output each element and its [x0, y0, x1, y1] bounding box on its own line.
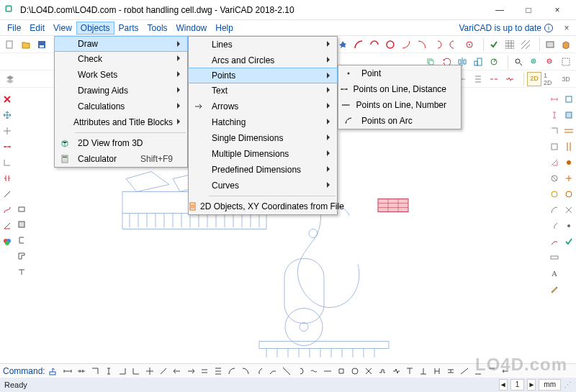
- break-icon[interactable]: [487, 72, 501, 86]
- rv8-icon[interactable]: [562, 203, 576, 217]
- draw-submenu-item-4[interactable]: Arrows: [189, 99, 337, 114]
- angle-icon[interactable]: [0, 219, 14, 233]
- move-icon[interactable]: [0, 108, 14, 122]
- arc-red-icon[interactable]: [351, 37, 366, 52]
- menu-edit[interactable]: Edit: [25, 22, 49, 35]
- menu-help[interactable]: Help: [211, 22, 238, 35]
- edit-text-icon[interactable]: [547, 282, 562, 296]
- hatch1-icon[interactable]: [503, 37, 517, 52]
- arc4-icon[interactable]: [399, 37, 413, 52]
- box3d-icon[interactable]: [559, 37, 573, 52]
- bottom-tool-24-icon[interactable]: [390, 365, 402, 378]
- arc5-icon[interactable]: [415, 37, 429, 52]
- dim8-icon[interactable]: [547, 203, 562, 217]
- bottom-tool-18-icon[interactable]: [307, 365, 320, 378]
- open-file-icon[interactable]: [19, 37, 33, 52]
- bottom-tool-2-icon[interactable]: [89, 365, 102, 378]
- 2d-label-icon[interactable]: 2D: [527, 72, 541, 86]
- bottom-tool-9-icon[interactable]: [184, 365, 197, 378]
- bottom-tool-6-icon[interactable]: [143, 365, 156, 378]
- dim5-icon[interactable]: [547, 155, 562, 170]
- objects-menu-item-2[interactable]: Work Sets: [55, 67, 187, 83]
- arc6-icon[interactable]: [431, 37, 445, 52]
- explode-icon[interactable]: [336, 37, 350, 52]
- rv2-icon[interactable]: [562, 108, 576, 122]
- bottom-tool-16-icon[interactable]: [280, 365, 293, 378]
- objects-menu-item-4[interactable]: Calculations: [55, 99, 187, 114]
- dim6-icon[interactable]: [547, 171, 562, 186]
- bottom-tool-0-icon[interactable]: [61, 365, 74, 378]
- maximize-button[interactable]: □: [514, 0, 543, 20]
- box-icon[interactable]: [543, 37, 557, 52]
- bottom-tool-7-icon[interactable]: [157, 365, 170, 378]
- arc2-icon[interactable]: [367, 37, 382, 52]
- bottom-tool-19-icon[interactable]: [321, 365, 334, 378]
- points-submenu-item-3[interactable]: Points on Arc: [338, 113, 461, 129]
- draw-submenu-item-11[interactable]: 2D Objects, XY Coordinates from File: [189, 199, 337, 214]
- menu-objects[interactable]: Objects: [76, 22, 114, 35]
- bottom-tool-22-icon[interactable]: [362, 365, 375, 378]
- resize-grip-icon[interactable]: ⋰: [564, 380, 572, 390]
- bottom-tool-20-icon[interactable]: [335, 365, 348, 378]
- break2-icon[interactable]: [503, 72, 517, 86]
- bottom-tool-10-icon[interactable]: [198, 365, 211, 378]
- draw-submenu-item-5[interactable]: Hatching: [189, 114, 337, 130]
- new-file-icon[interactable]: [3, 37, 17, 52]
- draw-submenu-item-3[interactable]: Text: [189, 83, 337, 99]
- grid-red-icon[interactable]: [0, 140, 14, 154]
- bottom-tool-11-icon[interactable]: [212, 365, 225, 378]
- delete-icon[interactable]: [0, 92, 14, 106]
- arc3-icon[interactable]: [383, 37, 397, 52]
- cycle-icon[interactable]: [487, 55, 501, 69]
- objects-menu-item-8[interactable]: CalculatorShift+F9: [55, 151, 187, 167]
- draw-submenu-item-0[interactable]: Lines: [189, 37, 337, 53]
- arc8-icon[interactable]: [462, 37, 477, 52]
- line-red-icon[interactable]: [0, 187, 14, 201]
- profile-icon[interactable]: [14, 249, 29, 263]
- snap-icon[interactable]: [0, 124, 14, 138]
- status-prev-button[interactable]: ◄: [499, 379, 508, 391]
- bottom-tool-28-icon[interactable]: [444, 365, 457, 378]
- dim9-icon[interactable]: [547, 219, 562, 233]
- bottom-tool-29-icon[interactable]: [458, 365, 471, 378]
- menu-window[interactable]: Window: [172, 22, 212, 35]
- rv3-icon[interactable]: [562, 124, 576, 138]
- menu-parts[interactable]: Parts: [114, 22, 143, 35]
- bottom-tool-23-icon[interactable]: [376, 365, 389, 378]
- menu-tools[interactable]: Tools: [143, 22, 172, 35]
- save-icon[interactable]: [35, 37, 49, 52]
- offset-icon[interactable]: [471, 72, 485, 86]
- bottom-tool-14-icon[interactable]: [253, 365, 266, 378]
- scale-icon[interactable]: [471, 55, 485, 69]
- points-submenu-item-0[interactable]: Point: [338, 65, 461, 81]
- menu-file[interactable]: File: [3, 22, 25, 35]
- bottom-tool-3-icon[interactable]: [102, 365, 115, 378]
- box2-icon[interactable]: [14, 217, 29, 232]
- channel-icon[interactable]: [14, 233, 29, 247]
- leader-icon[interactable]: [547, 234, 562, 249]
- rv4-icon[interactable]: [562, 140, 576, 154]
- status-seg-1[interactable]: 1: [510, 379, 525, 391]
- command-icon[interactable]: [48, 366, 58, 376]
- bottom-tool-4-icon[interactable]: [116, 365, 129, 378]
- objects-menu-item-5[interactable]: Attributes and Title Blocks: [55, 114, 187, 130]
- hatch2-icon[interactable]: [518, 37, 533, 52]
- rv1-icon[interactable]: [562, 92, 576, 106]
- draw-submenu-item-2[interactable]: Points: [188, 68, 338, 83]
- dim2-icon[interactable]: [547, 108, 562, 122]
- zoom-in-icon[interactable]: [527, 55, 541, 69]
- dim3-icon[interactable]: [547, 124, 562, 138]
- objects-menu-item-7[interactable]: 2D View from 3D: [55, 135, 187, 151]
- status-seg-mm[interactable]: mm: [539, 379, 561, 391]
- draw-submenu-item-7[interactable]: Multiple Dimensions: [189, 146, 337, 162]
- bracket-icon[interactable]: [0, 171, 14, 186]
- objects-menu-item-0[interactable]: Draw: [54, 36, 188, 52]
- update-status[interactable]: VariCAD is up to date i: [459, 23, 557, 33]
- bottom-tool-8-icon[interactable]: [171, 365, 184, 378]
- 12d-label-icon[interactable]: 1 2D: [543, 72, 557, 86]
- rv7-icon[interactable]: [562, 187, 576, 201]
- dim1-icon[interactable]: [547, 92, 562, 106]
- rv9-icon[interactable]: [562, 219, 576, 233]
- bottom-tool-15-icon[interactable]: [266, 365, 279, 378]
- menu-view[interactable]: View: [49, 22, 76, 35]
